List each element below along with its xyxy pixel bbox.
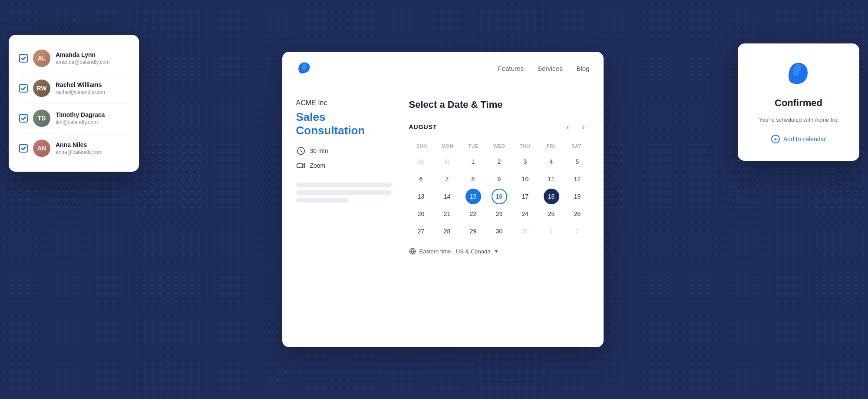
globe-icon bbox=[409, 248, 416, 255]
calendar-title: Select a Date & Time bbox=[409, 99, 590, 110]
calendar-day[interactable]: 26 bbox=[570, 206, 585, 222]
calendar-day[interactable]: 28 bbox=[439, 223, 455, 239]
org-name: ACME Inc bbox=[296, 99, 392, 107]
event-title: Sales Consultation bbox=[296, 110, 392, 137]
user-email: anna@calendly.com bbox=[56, 149, 129, 155]
user-checkbox[interactable] bbox=[19, 144, 28, 153]
calendar-day[interactable]: 6 bbox=[413, 171, 429, 187]
location-text: Zoom bbox=[310, 162, 326, 169]
confirmed-title: Confirmed bbox=[775, 97, 822, 109]
main-nav: Features Services Blog bbox=[282, 52, 604, 85]
zoom-icon bbox=[296, 161, 306, 170]
calendar-day[interactable]: 20 bbox=[413, 206, 429, 222]
svg-rect-1 bbox=[297, 164, 302, 168]
timezone-chevron: ▼ bbox=[494, 249, 499, 254]
nav-blog[interactable]: Blog bbox=[576, 65, 589, 72]
user-name: Timothy Dagraca bbox=[56, 111, 129, 118]
calendar-day: 31 bbox=[439, 154, 455, 170]
user-item[interactable]: TD Timothy Dagraca tim@calendly.com bbox=[19, 103, 129, 133]
calendar-day[interactable]: 21 bbox=[439, 206, 455, 222]
add-to-calendar-label: Add to calendar bbox=[783, 136, 826, 143]
calendar-day[interactable]: 9 bbox=[492, 171, 507, 187]
user-email: rachel@calendly.com bbox=[56, 89, 129, 95]
calendar-panel: Select a Date & Time AUGUST ‹ › SUNMONTU… bbox=[409, 99, 590, 333]
calendar-day[interactable]: 3 bbox=[518, 154, 533, 170]
calendar-week: 303112345 bbox=[409, 154, 590, 170]
calendar-day[interactable]: 5 bbox=[570, 154, 585, 170]
calendar-day[interactable]: 7 bbox=[439, 171, 455, 187]
duration-detail: 30 min bbox=[296, 146, 392, 156]
calendar-day[interactable]: 29 bbox=[465, 223, 481, 239]
calendar-day[interactable]: 15 bbox=[465, 189, 481, 204]
calendar-day[interactable]: 22 bbox=[465, 206, 481, 222]
confirmed-logo-icon bbox=[785, 61, 812, 87]
calendar-day[interactable]: 14 bbox=[439, 189, 455, 204]
calendar-day[interactable]: 2 bbox=[492, 154, 507, 170]
calendar-day[interactable]: 13 bbox=[413, 189, 429, 204]
confirmed-subtitle: You're scheduled with Acme Inc bbox=[759, 116, 838, 124]
user-checkbox[interactable] bbox=[19, 114, 28, 123]
user-checkbox[interactable] bbox=[19, 84, 28, 93]
avatar: AN bbox=[33, 140, 50, 157]
calendar-day[interactable]: 23 bbox=[492, 206, 507, 222]
calendar-day: 1 bbox=[544, 223, 559, 239]
day-header: SUN bbox=[409, 142, 435, 150]
user-email: tim@calendly.com bbox=[56, 119, 129, 125]
next-month-button[interactable]: › bbox=[578, 121, 590, 133]
calendar-day[interactable]: 4 bbox=[544, 154, 559, 170]
calendar-day[interactable]: 17 bbox=[518, 189, 533, 204]
skeleton-1 bbox=[296, 183, 392, 187]
calendar-header: AUGUST ‹ › bbox=[409, 121, 590, 133]
calendar-day[interactable]: 12 bbox=[570, 171, 585, 187]
calendar-grid: SUNMONTUEWEDTHUFRISAT 303112345678910111… bbox=[409, 142, 590, 239]
prev-month-button[interactable]: ‹ bbox=[562, 121, 574, 133]
calendar-day[interactable]: 27 bbox=[413, 223, 429, 239]
day-header: THU bbox=[512, 142, 538, 150]
user-info: Timothy Dagraca tim@calendly.com bbox=[56, 111, 129, 125]
user-list-card: AL Amanda Lynn amanda@calendly.com RW Ra… bbox=[9, 35, 139, 172]
calendar-week: 20212223242526 bbox=[409, 206, 590, 222]
nav-features[interactable]: Features bbox=[498, 65, 524, 72]
day-header: SAT bbox=[564, 142, 589, 150]
calendar-week: 13141516171819 bbox=[409, 189, 590, 204]
main-calendly-card: Features Services Blog ACME Inc Sales Co… bbox=[282, 52, 604, 347]
calendar-day: 30 bbox=[518, 223, 533, 239]
day-header: FRI bbox=[538, 142, 564, 150]
avatar: RW bbox=[33, 80, 50, 97]
nav-services[interactable]: Services bbox=[538, 65, 563, 72]
avatar: TD bbox=[33, 110, 50, 127]
user-name: Amanda Lynn bbox=[56, 51, 129, 58]
user-checkbox[interactable] bbox=[19, 54, 28, 63]
month-label: AUGUST bbox=[409, 123, 558, 130]
calendar-day[interactable]: 16 bbox=[492, 189, 507, 204]
calendar-day[interactable]: 24 bbox=[518, 206, 533, 222]
confirmed-card: Confirmed You're scheduled with Acme Inc… bbox=[738, 43, 859, 161]
calendar-day[interactable]: 30 bbox=[492, 223, 507, 239]
calendar-day: 2 bbox=[570, 223, 585, 239]
clock-icon bbox=[296, 146, 306, 156]
event-details-panel: ACME Inc Sales Consultation 30 min bbox=[296, 99, 392, 333]
user-item[interactable]: AN Anna Niles anna@calendly.com bbox=[19, 133, 129, 163]
calendar-day[interactable]: 8 bbox=[465, 171, 481, 187]
user-email: amanda@calendly.com bbox=[56, 59, 129, 65]
user-item[interactable]: RW Rachel Williams rachel@calendly.com bbox=[19, 73, 129, 103]
location-detail: Zoom bbox=[296, 161, 392, 170]
nav-links: Features Services Blog bbox=[498, 65, 590, 72]
calendar-day[interactable]: 10 bbox=[518, 171, 533, 187]
calendar-week: 6789101112 bbox=[409, 171, 590, 187]
timezone-text: Eastern time - US & Canada bbox=[419, 248, 491, 255]
calendar-day[interactable]: 19 bbox=[570, 189, 585, 204]
calendar-day[interactable]: 18 bbox=[544, 189, 559, 204]
timezone-selector[interactable]: Eastern time - US & Canada ▼ bbox=[409, 248, 590, 255]
day-header: MON bbox=[435, 142, 460, 150]
skeleton-3 bbox=[296, 198, 349, 203]
skeleton-2 bbox=[296, 190, 392, 195]
day-header: WED bbox=[486, 142, 512, 150]
add-to-calendar-button[interactable]: + Add to calendar bbox=[771, 135, 826, 143]
calendar-day[interactable]: 11 bbox=[544, 171, 559, 187]
user-name: Rachel Williams bbox=[56, 81, 129, 88]
duration-text: 30 min bbox=[310, 147, 328, 154]
calendar-day[interactable]: 25 bbox=[544, 206, 559, 222]
calendar-day[interactable]: 1 bbox=[465, 154, 481, 170]
user-item[interactable]: AL Amanda Lynn amanda@calendly.com bbox=[19, 43, 129, 73]
